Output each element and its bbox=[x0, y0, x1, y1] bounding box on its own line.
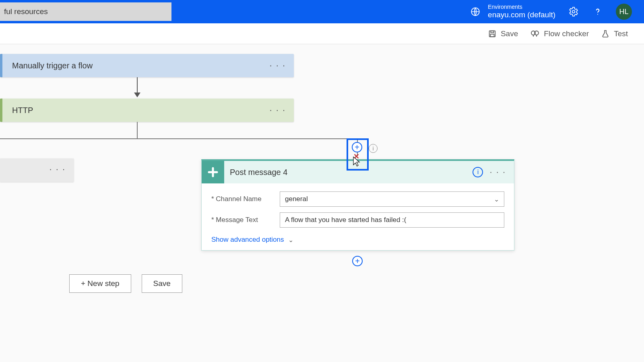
svg-point-1 bbox=[572, 10, 575, 13]
new-step-button[interactable]: + New step bbox=[69, 274, 131, 293]
http-step-title: HTTP bbox=[12, 106, 33, 115]
channel-name-value: general bbox=[285, 195, 308, 203]
svg-rect-9 bbox=[208, 171, 218, 173]
collapsed-step[interactable]: · · · bbox=[0, 158, 74, 182]
svg-point-2 bbox=[597, 14, 598, 14]
command-bar: Save Flow checker Test bbox=[0, 23, 644, 44]
test-label: Test bbox=[614, 29, 628, 38]
show-advanced-label: Show advanced options bbox=[211, 236, 284, 244]
environment-name: enayu.com (default) bbox=[488, 10, 555, 20]
post-message-card: Post message 4 i · · · * Channel Name ge… bbox=[201, 159, 514, 251]
card-menu-icon[interactable]: · · · bbox=[489, 167, 506, 177]
http-step-menu-icon[interactable]: · · · bbox=[269, 105, 286, 115]
top-bar: Environments enayu.com (default) HL bbox=[0, 0, 644, 23]
chevron-down-icon: ⌄ bbox=[288, 236, 293, 244]
arrow-head-icon bbox=[134, 93, 140, 97]
slack-icon bbox=[202, 161, 224, 183]
card-body: * Channel Name general ⌄ * Message Text … bbox=[202, 183, 514, 250]
collapsed-step-menu-icon[interactable]: · · · bbox=[49, 164, 66, 175]
connector-line bbox=[0, 138, 357, 139]
add-step-button[interactable] bbox=[352, 256, 363, 266]
environments-label: Environments bbox=[488, 4, 555, 10]
help-icon[interactable] bbox=[592, 6, 604, 18]
info-icon[interactable]: i bbox=[369, 144, 378, 153]
message-text-input[interactable]: A flow that you have started has failed … bbox=[280, 212, 504, 228]
trigger-step-title: Manually trigger a flow bbox=[12, 61, 93, 70]
settings-icon[interactable] bbox=[568, 6, 580, 18]
flow-checker-button[interactable]: Flow checker bbox=[530, 29, 589, 39]
flow-canvas[interactable]: Manually trigger a flow · · · HTTP · · ·… bbox=[0, 44, 644, 362]
save-flow-button[interactable]: Save bbox=[142, 274, 182, 293]
svg-rect-4 bbox=[491, 31, 493, 33]
message-text-value: A flow that you have started has failed … bbox=[285, 216, 406, 224]
flow-checker-label: Flow checker bbox=[544, 29, 589, 38]
bottom-button-row: + New step Save bbox=[69, 274, 182, 293]
chevron-down-icon: ⌄ bbox=[494, 195, 499, 203]
card-info-icon[interactable]: i bbox=[473, 167, 483, 177]
connector-line bbox=[137, 77, 138, 93]
svg-rect-5 bbox=[490, 34, 494, 36]
add-step-button[interactable] bbox=[352, 142, 362, 152]
avatar[interactable]: HL bbox=[616, 4, 632, 20]
message-text-label: * Message Text bbox=[211, 216, 280, 224]
connector-line bbox=[137, 122, 138, 138]
search-input[interactable] bbox=[0, 2, 171, 21]
test-button[interactable]: Test bbox=[601, 29, 628, 38]
cursor-icon bbox=[353, 156, 361, 169]
channel-name-select[interactable]: general ⌄ bbox=[280, 191, 504, 207]
save-button[interactable]: Save bbox=[488, 29, 518, 38]
channel-name-label: * Channel Name bbox=[211, 195, 280, 203]
trigger-step[interactable]: Manually trigger a flow · · · bbox=[0, 54, 294, 77]
http-step[interactable]: HTTP · · · bbox=[0, 99, 294, 122]
globe-icon bbox=[469, 6, 481, 18]
trigger-step-menu-icon[interactable]: · · · bbox=[269, 60, 286, 71]
show-advanced-link[interactable]: Show advanced options ⌄ bbox=[211, 236, 293, 244]
top-right-group: Environments enayu.com (default) HL bbox=[469, 4, 644, 20]
save-label: Save bbox=[501, 29, 518, 38]
environment-picker[interactable]: Environments enayu.com (default) bbox=[469, 4, 555, 20]
